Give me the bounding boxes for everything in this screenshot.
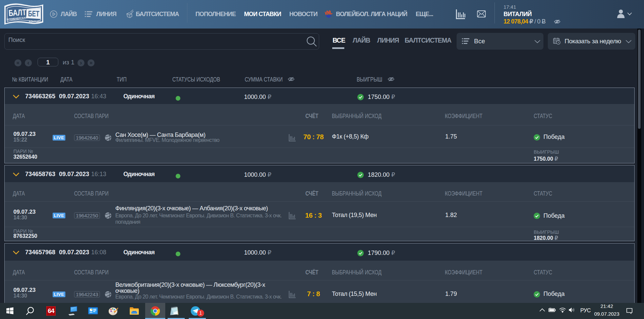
svg-text:БЕТ: БЕТ <box>28 9 39 18</box>
svg-text:КОНТОРА: КОНТОРА <box>29 20 41 23</box>
